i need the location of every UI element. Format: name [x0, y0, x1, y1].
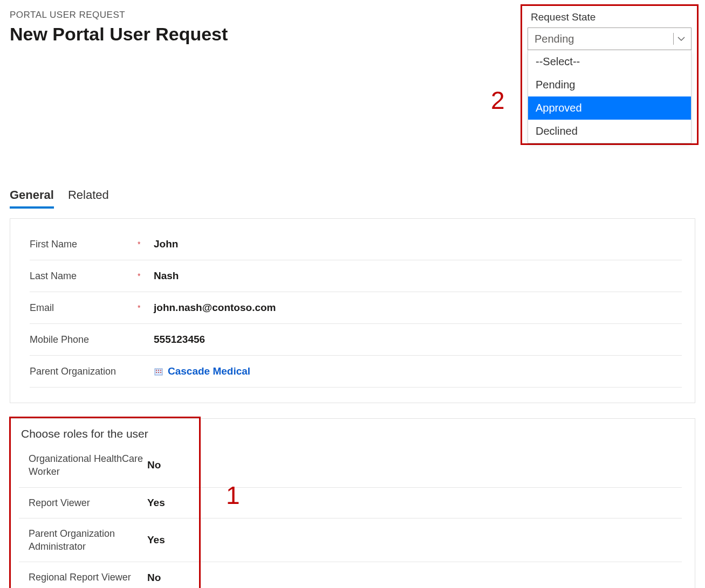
role-row-parent-org-admin[interactable]: Parent Organization Administrator Yes	[19, 518, 682, 563]
request-state-label: Request State	[528, 11, 692, 23]
role-label: Organizational HealthCare Worker	[29, 452, 147, 479]
parent-org-value: Cascade Medical	[168, 365, 250, 377]
role-value: No	[147, 572, 161, 584]
mobile-phone-row[interactable]: Mobile Phone 555123456	[30, 324, 682, 356]
role-value: No	[147, 459, 161, 471]
request-state-select[interactable]: Pending	[528, 27, 692, 50]
svg-rect-5	[158, 372, 159, 373]
parent-org-lookup[interactable]: Cascade Medical	[154, 365, 250, 377]
request-state-dropdown: --Select-- Pending Approved Declined	[528, 50, 692, 143]
required-mark: *	[138, 240, 154, 248]
page-eyebrow: PORTAL USER REQUEST	[10, 10, 517, 20]
svg-rect-2	[158, 370, 159, 371]
request-state-selected-value: Pending	[535, 33, 574, 45]
role-label: Parent Organization Administrator	[29, 527, 147, 554]
annotation-1: 1	[226, 481, 240, 510]
parent-org-label: Parent Organization	[30, 366, 138, 377]
svg-rect-3	[160, 370, 161, 371]
last-name-value: Nash	[154, 270, 179, 282]
role-label: Report Viewer	[29, 496, 147, 509]
building-icon	[154, 366, 163, 376]
role-label: Regional Report Viewer	[29, 571, 147, 584]
request-state-panel: 2 Request State Pending --Select-- Pendi…	[521, 4, 699, 145]
svg-rect-6	[160, 372, 161, 373]
dropdown-option-select[interactable]: --Select--	[528, 50, 691, 73]
tab-related[interactable]: Related	[68, 188, 109, 209]
email-value: john.nash@contoso.com	[154, 302, 276, 314]
role-row-regional-report-viewer[interactable]: Regional Report Viewer No	[19, 562, 682, 588]
svg-rect-1	[156, 370, 157, 371]
first-name-label: First Name	[30, 239, 138, 250]
role-row-report-viewer[interactable]: Report Viewer Yes	[19, 488, 682, 518]
required-mark: *	[138, 272, 154, 280]
roles-panel: 1 Choose roles for the user Organization…	[10, 418, 695, 588]
dropdown-option-approved[interactable]: Approved	[528, 96, 691, 120]
roles-section-title: Choose roles for the user	[21, 427, 682, 440]
parent-org-row[interactable]: Parent Organization Cascade Medical	[30, 356, 682, 388]
first-name-row[interactable]: First Name * John	[30, 229, 682, 260]
email-row[interactable]: Email * john.nash@contoso.com	[30, 292, 682, 324]
required-mark: *	[138, 303, 154, 312]
mobile-phone-value: 555123456	[154, 334, 205, 345]
role-row-org-healthcare[interactable]: Organizational HealthCare Worker No	[19, 444, 682, 488]
first-name-value: John	[154, 238, 178, 250]
select-divider	[673, 33, 674, 45]
tab-strip: General Related	[10, 188, 695, 209]
page-title: New Portal User Request	[10, 24, 517, 45]
tab-general[interactable]: General	[10, 188, 54, 209]
last-name-label: Last Name	[30, 271, 138, 282]
role-value: Yes	[147, 534, 165, 546]
svg-rect-4	[156, 372, 157, 373]
dropdown-option-declined[interactable]: Declined	[528, 120, 691, 143]
role-value: Yes	[147, 497, 165, 509]
mobile-phone-label: Mobile Phone	[30, 334, 138, 345]
last-name-row[interactable]: Last Name * Nash	[30, 260, 682, 292]
general-panel: First Name * John Last Name * Nash Email…	[10, 218, 695, 403]
email-label: Email	[30, 302, 138, 314]
chevron-down-icon	[677, 34, 686, 43]
dropdown-option-pending[interactable]: Pending	[528, 73, 691, 96]
annotation-2: 2	[491, 86, 505, 115]
